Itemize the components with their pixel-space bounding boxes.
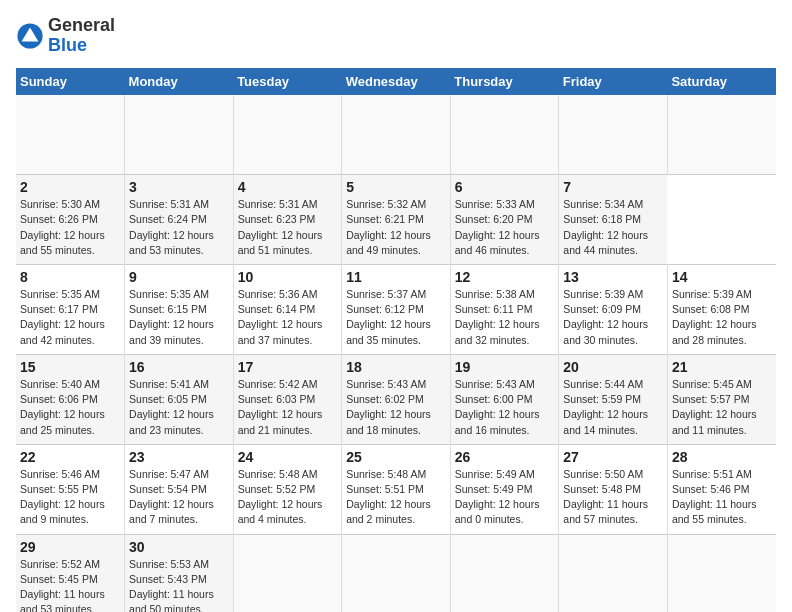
day-info: Sunrise: 5:31 AMSunset: 6:23 PMDaylight:… <box>238 197 338 258</box>
calendar-cell: 12Sunrise: 5:38 AMSunset: 6:11 PMDayligh… <box>450 264 559 354</box>
day-number: 2 <box>20 179 120 195</box>
day-number: 22 <box>20 449 120 465</box>
day-info: Sunrise: 5:43 AMSunset: 6:02 PMDaylight:… <box>346 377 446 438</box>
day-info: Sunrise: 5:46 AMSunset: 5:55 PMDaylight:… <box>20 467 120 528</box>
calendar-week-2: 8Sunrise: 5:35 AMSunset: 6:17 PMDaylight… <box>16 264 776 354</box>
day-info: Sunrise: 5:35 AMSunset: 6:17 PMDaylight:… <box>20 287 120 348</box>
day-info: Sunrise: 5:30 AMSunset: 6:26 PMDaylight:… <box>20 197 120 258</box>
day-info: Sunrise: 5:48 AMSunset: 5:51 PMDaylight:… <box>346 467 446 528</box>
calendar-cell: 6Sunrise: 5:33 AMSunset: 6:20 PMDaylight… <box>450 175 559 265</box>
calendar-cell: 13Sunrise: 5:39 AMSunset: 6:09 PMDayligh… <box>559 264 668 354</box>
day-number: 26 <box>455 449 555 465</box>
day-number: 5 <box>346 179 446 195</box>
day-info: Sunrise: 5:44 AMSunset: 5:59 PMDaylight:… <box>563 377 663 438</box>
day-info: Sunrise: 5:31 AMSunset: 6:24 PMDaylight:… <box>129 197 229 258</box>
calendar-cell: 8Sunrise: 5:35 AMSunset: 6:17 PMDaylight… <box>16 264 125 354</box>
calendar-cell: 5Sunrise: 5:32 AMSunset: 6:21 PMDaylight… <box>342 175 451 265</box>
day-info: Sunrise: 5:38 AMSunset: 6:11 PMDaylight:… <box>455 287 555 348</box>
day-header-tuesday: Tuesday <box>233 68 342 95</box>
day-number: 20 <box>563 359 663 375</box>
calendar-cell: 2Sunrise: 5:30 AMSunset: 6:26 PMDaylight… <box>16 175 125 265</box>
calendar-cell: 24Sunrise: 5:48 AMSunset: 5:52 PMDayligh… <box>233 444 342 534</box>
day-info: Sunrise: 5:32 AMSunset: 6:21 PMDaylight:… <box>346 197 446 258</box>
day-number: 28 <box>672 449 772 465</box>
calendar-week-5: 29Sunrise: 5:52 AMSunset: 5:45 PMDayligh… <box>16 534 776 612</box>
day-info: Sunrise: 5:50 AMSunset: 5:48 PMDaylight:… <box>563 467 663 528</box>
calendar-cell <box>667 95 776 175</box>
day-header-thursday: Thursday <box>450 68 559 95</box>
day-info: Sunrise: 5:40 AMSunset: 6:06 PMDaylight:… <box>20 377 120 438</box>
calendar-cell: 26Sunrise: 5:49 AMSunset: 5:49 PMDayligh… <box>450 444 559 534</box>
calendar-cell: 20Sunrise: 5:44 AMSunset: 5:59 PMDayligh… <box>559 354 668 444</box>
calendar-cell: 27Sunrise: 5:50 AMSunset: 5:48 PMDayligh… <box>559 444 668 534</box>
day-number: 11 <box>346 269 446 285</box>
day-number: 15 <box>20 359 120 375</box>
page-header: GeneralBlue <box>16 16 776 56</box>
day-number: 9 <box>129 269 229 285</box>
day-number: 23 <box>129 449 229 465</box>
calendar-week-3: 15Sunrise: 5:40 AMSunset: 6:06 PMDayligh… <box>16 354 776 444</box>
day-number: 25 <box>346 449 446 465</box>
day-number: 10 <box>238 269 338 285</box>
day-number: 17 <box>238 359 338 375</box>
logo-text: GeneralBlue <box>48 16 115 56</box>
calendar-cell: 11Sunrise: 5:37 AMSunset: 6:12 PMDayligh… <box>342 264 451 354</box>
calendar-cell: 22Sunrise: 5:46 AMSunset: 5:55 PMDayligh… <box>16 444 125 534</box>
calendar-cell: 14Sunrise: 5:39 AMSunset: 6:08 PMDayligh… <box>667 264 776 354</box>
day-info: Sunrise: 5:35 AMSunset: 6:15 PMDaylight:… <box>129 287 229 348</box>
calendar-week-4: 22Sunrise: 5:46 AMSunset: 5:55 PMDayligh… <box>16 444 776 534</box>
day-number: 12 <box>455 269 555 285</box>
day-info: Sunrise: 5:52 AMSunset: 5:45 PMDaylight:… <box>20 557 120 612</box>
calendar-cell: 4Sunrise: 5:31 AMSunset: 6:23 PMDaylight… <box>233 175 342 265</box>
calendar-cell: 23Sunrise: 5:47 AMSunset: 5:54 PMDayligh… <box>125 444 234 534</box>
day-number: 3 <box>129 179 229 195</box>
day-info: Sunrise: 5:49 AMSunset: 5:49 PMDaylight:… <box>455 467 555 528</box>
day-number: 14 <box>672 269 772 285</box>
calendar-cell <box>233 534 342 612</box>
day-number: 18 <box>346 359 446 375</box>
calendar-cell: 28Sunrise: 5:51 AMSunset: 5:46 PMDayligh… <box>667 444 776 534</box>
calendar-cell: 15Sunrise: 5:40 AMSunset: 6:06 PMDayligh… <box>16 354 125 444</box>
day-number: 7 <box>563 179 663 195</box>
day-info: Sunrise: 5:37 AMSunset: 6:12 PMDaylight:… <box>346 287 446 348</box>
calendar-cell <box>450 534 559 612</box>
day-info: Sunrise: 5:39 AMSunset: 6:08 PMDaylight:… <box>672 287 772 348</box>
day-number: 16 <box>129 359 229 375</box>
calendar-table: SundayMondayTuesdayWednesdayThursdayFrid… <box>16 68 776 612</box>
day-number: 27 <box>563 449 663 465</box>
calendar-cell: 21Sunrise: 5:45 AMSunset: 5:57 PMDayligh… <box>667 354 776 444</box>
header-row: SundayMondayTuesdayWednesdayThursdayFrid… <box>16 68 776 95</box>
day-number: 6 <box>455 179 555 195</box>
day-header-wednesday: Wednesday <box>342 68 451 95</box>
calendar-cell: 30Sunrise: 5:53 AMSunset: 5:43 PMDayligh… <box>125 534 234 612</box>
day-info: Sunrise: 5:39 AMSunset: 6:09 PMDaylight:… <box>563 287 663 348</box>
calendar-cell <box>233 95 342 175</box>
day-info: Sunrise: 5:33 AMSunset: 6:20 PMDaylight:… <box>455 197 555 258</box>
calendar-cell: 10Sunrise: 5:36 AMSunset: 6:14 PMDayligh… <box>233 264 342 354</box>
day-info: Sunrise: 5:43 AMSunset: 6:00 PMDaylight:… <box>455 377 555 438</box>
day-info: Sunrise: 5:41 AMSunset: 6:05 PMDaylight:… <box>129 377 229 438</box>
calendar-cell: 9Sunrise: 5:35 AMSunset: 6:15 PMDaylight… <box>125 264 234 354</box>
day-header-sunday: Sunday <box>16 68 125 95</box>
day-number: 13 <box>563 269 663 285</box>
day-header-saturday: Saturday <box>667 68 776 95</box>
day-number: 30 <box>129 539 229 555</box>
day-number: 19 <box>455 359 555 375</box>
day-info: Sunrise: 5:47 AMSunset: 5:54 PMDaylight:… <box>129 467 229 528</box>
logo: GeneralBlue <box>16 16 115 56</box>
logo-icon <box>16 22 44 50</box>
day-info: Sunrise: 5:42 AMSunset: 6:03 PMDaylight:… <box>238 377 338 438</box>
day-info: Sunrise: 5:48 AMSunset: 5:52 PMDaylight:… <box>238 467 338 528</box>
day-header-friday: Friday <box>559 68 668 95</box>
day-info: Sunrise: 5:53 AMSunset: 5:43 PMDaylight:… <box>129 557 229 612</box>
day-info: Sunrise: 5:51 AMSunset: 5:46 PMDaylight:… <box>672 467 772 528</box>
calendar-cell <box>342 95 451 175</box>
calendar-cell: 18Sunrise: 5:43 AMSunset: 6:02 PMDayligh… <box>342 354 451 444</box>
calendar-cell: 17Sunrise: 5:42 AMSunset: 6:03 PMDayligh… <box>233 354 342 444</box>
day-number: 21 <box>672 359 772 375</box>
calendar-week-1: 2Sunrise: 5:30 AMSunset: 6:26 PMDaylight… <box>16 175 776 265</box>
calendar-cell: 16Sunrise: 5:41 AMSunset: 6:05 PMDayligh… <box>125 354 234 444</box>
calendar-cell <box>16 95 125 175</box>
day-info: Sunrise: 5:45 AMSunset: 5:57 PMDaylight:… <box>672 377 772 438</box>
calendar-cell <box>559 534 668 612</box>
